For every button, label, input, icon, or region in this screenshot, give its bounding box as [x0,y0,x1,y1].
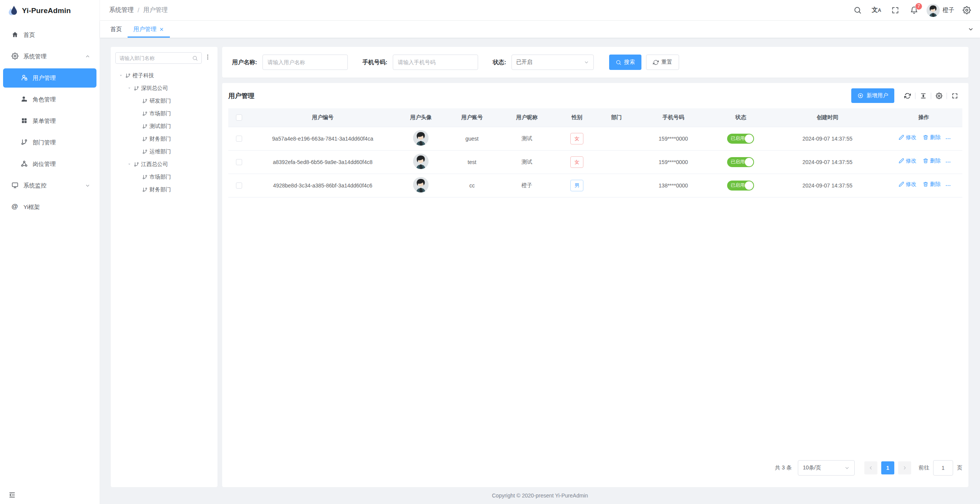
edit-button[interactable]: 修改 [899,158,917,164]
status-switch[interactable]: 已启用 [727,181,754,191]
tree-node[interactable]: 研发部门 [115,94,213,107]
tree-more-button[interactable] [204,54,213,62]
tree-node[interactable]: 财务部门 [115,183,213,196]
row-checkbox[interactable] [236,136,242,142]
settings-button[interactable] [957,0,976,21]
sidebar-item-label: 用户管理 [33,75,56,82]
tree-node[interactable]: 深圳总公司 [115,82,213,94]
department-search-input[interactable] [120,55,192,61]
sidebar-item-system-management[interactable]: 系统管理 [3,47,96,66]
tree-node[interactable]: 市场部门 [115,107,213,120]
chevron-down-icon [844,465,850,471]
tree-node[interactable]: 运维部门 [115,145,213,158]
table-toolbar: 新增用户 [851,88,962,103]
dots-vertical-icon [204,54,211,60]
breadcrumb-item-current: 用户管理 [143,6,168,14]
add-user-button[interactable]: 新增用户 [851,88,894,103]
sidebar-collapse-button[interactable] [0,486,100,504]
status-switch[interactable]: 已启用 [727,134,754,144]
username-input[interactable] [262,55,348,70]
search-submit-button[interactable]: 搜索 [609,55,641,70]
more-actions-button[interactable] [944,134,952,143]
sidebar-item-dept-management[interactable]: 部门管理 [3,133,96,152]
close-icon[interactable] [159,27,164,32]
chevron-left-icon [868,465,874,471]
edit-button[interactable]: 修改 [899,134,917,141]
sidebar-item-system-monitor[interactable]: 系统监控 [3,176,96,195]
switch-knob [745,134,753,143]
sidebar-item-label: 系统管理 [23,53,47,60]
delete-button[interactable]: 删除 [923,181,941,188]
table-title: 用户管理 [228,91,254,100]
caret-down-icon[interactable] [125,86,133,90]
page-button-1[interactable]: 1 [881,461,894,474]
user-phone: 138****0000 [659,182,688,189]
tree-node-label: 测试部门 [149,123,171,130]
dept-icon [141,136,148,143]
pagination: 共 3 条 10条/页 1 前往 页 [228,460,962,476]
department-tree-panel: 橙子科技深圳总公司研发部门市场部门测试部门财务部门运维部门江西总公司市场部门财务… [111,47,218,487]
phone-input[interactable] [393,55,478,70]
sidebar-item-label: Yi框架 [23,204,40,211]
tree-node[interactable]: 财务部门 [115,133,213,145]
delete-label: 删除 [930,181,941,188]
footer: Copyright © 2020-present Yi-PureAdmin [100,487,980,504]
edit-button[interactable]: 修改 [899,181,917,188]
tree-node[interactable]: 市场部门 [115,171,213,183]
dept-icon [141,110,148,117]
tab-actions-button[interactable] [962,21,980,38]
page-size-select[interactable]: 10条/页 [798,460,855,476]
collapse-sidebar-icon [8,491,16,499]
notification-button[interactable]: 7 [905,0,924,21]
next-page-button[interactable] [898,461,911,474]
tree-node[interactable]: 测试部门 [115,120,213,133]
chevron-down-icon [968,26,974,32]
tree-node[interactable]: 橙子科技 [115,69,213,82]
dept-icon [133,161,140,168]
gear-icon [12,53,19,60]
breadcrumb-item[interactable]: 系统管理 [109,6,134,14]
monitor-icon [12,182,19,189]
sidebar-item-role-management[interactable]: 角色管理 [3,90,96,109]
row-checkbox[interactable] [236,159,242,165]
tab-user-management[interactable]: 用户管理 [128,21,170,38]
more-actions-button[interactable] [944,158,952,166]
toolbar-divider [915,93,915,99]
table-settings-button[interactable] [934,91,943,100]
tab-home[interactable]: 首页 [105,21,128,38]
tree-node-label: 财务部门 [149,136,171,143]
sidebar-item-home[interactable]: 首页 [3,25,96,45]
table-fullscreen-button[interactable] [950,91,959,100]
caret-down-icon[interactable] [125,162,133,166]
select-all-checkbox[interactable] [236,114,242,121]
dept-icon [133,85,140,92]
translate-button[interactable]: 文A [867,0,886,21]
sidebar-item-yi-framework[interactable]: @Yi框架 [3,197,96,217]
sidebar-item-post-management[interactable]: 岗位管理 [3,154,96,174]
gender-tag: 女 [570,156,583,168]
status-switch[interactable]: 已启用 [727,157,754,167]
prev-page-button[interactable] [864,461,877,474]
sidebar-item-menu-management[interactable]: 菜单管理 [3,111,96,131]
sidebar-item-user-management[interactable]: 用户管理 [3,68,96,88]
caret-down-icon[interactable] [117,73,125,78]
more-actions-button[interactable] [944,181,952,190]
sidebar-item-label: 角色管理 [33,96,56,103]
search-button[interactable] [848,0,867,21]
tree-node[interactable]: 江西总公司 [115,158,213,171]
table-refresh-button[interactable] [903,91,912,100]
more-icon [945,136,951,142]
table-density-button[interactable] [919,91,928,100]
user-phone: 159****0000 [659,159,688,165]
user-menu[interactable]: 橙子 [924,4,957,17]
logo[interactable]: Yi-PureAdmin [0,0,100,22]
created-time: 2024-09-07 14:37:55 [802,159,852,165]
delete-button[interactable]: 删除 [923,158,941,164]
row-checkbox[interactable] [236,182,242,189]
goto-page-input[interactable] [933,460,953,476]
delete-button[interactable]: 删除 [923,134,941,141]
fullscreen-button[interactable] [886,0,905,21]
status-select[interactable]: 已开启 [512,55,594,70]
user-table: 用户编号用户头像用户账号用户昵称性别部门手机号码状态创建时间操作 9a57a4e… [228,108,962,197]
reset-button[interactable]: 重置 [646,55,679,70]
